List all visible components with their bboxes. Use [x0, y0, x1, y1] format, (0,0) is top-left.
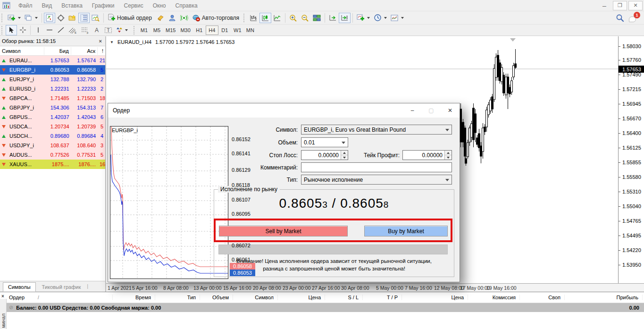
take-profit-increment-button[interactable]	[445, 151, 452, 155]
symbol-select[interactable]: EURGBP_i, Euro vs Great Britain Pound	[301, 125, 452, 135]
vertical-line-tool-button[interactable]	[33, 25, 44, 35]
window-close-button[interactable]: ✕	[628, 1, 643, 10]
cursor-tool-button[interactable]	[6, 25, 17, 35]
timeframe-H4[interactable]: H4	[206, 25, 218, 35]
autotrade-button[interactable]: Авто-торговля	[190, 13, 242, 23]
menu-item-Вставка[interactable]: Вставка	[57, 1, 87, 10]
toolbar-grip[interactable]	[1, 26, 4, 34]
market-watch-tab-tick-chart[interactable]: Тиковый график	[37, 282, 86, 292]
timeframe-M30[interactable]: M30	[178, 25, 192, 35]
market-watch-close-icon[interactable]: ×	[98, 38, 103, 44]
column-symbol[interactable]: Символ	[0, 47, 44, 55]
terminal-column-6[interactable]: S / L	[325, 295, 363, 300]
timeframe-D1[interactable]: D1	[218, 25, 231, 35]
window-restore-button[interactable]: ❐	[613, 1, 627, 10]
templates-button[interactable]	[389, 13, 406, 23]
market-watch-row[interactable]: USDCH...0.896800.896844	[0, 131, 105, 141]
signals-button[interactable]	[178, 13, 190, 23]
toolbar-grip[interactable]	[1, 14, 4, 22]
arrows-caret[interactable]	[125, 29, 128, 31]
terminal-column-11[interactable]: Прибыль	[565, 295, 643, 300]
terminal-column-9[interactable]: Комиссия	[468, 295, 520, 300]
terminal-column-1[interactable]: Время	[113, 295, 155, 300]
terminal-column-2[interactable]: Тип	[155, 295, 200, 300]
take-profit-decrement-button[interactable]	[445, 155, 452, 160]
market-watch-tab-symbols[interactable]: Символы	[3, 282, 36, 292]
terminal-column-3[interactable]: Объем	[200, 295, 233, 300]
time-scale[interactable]: 1 Apr 20215 Apr 16:008 Apr 08:0013 Apr 0…	[106, 283, 644, 292]
market-watch-row[interactable]: USDCA...1.207341.207395	[0, 122, 105, 131]
timeframe-H1[interactable]: H1	[193, 25, 206, 35]
menu-item-Вид[interactable]: Вид	[37, 1, 57, 10]
take-profit-input[interactable]: 0.00000	[402, 150, 452, 160]
toolbar-grip[interactable]	[134, 26, 136, 34]
market-watch-row[interactable]: GBPUS...1.420371.420436	[0, 112, 105, 122]
chart-shift-button[interactable]	[339, 13, 351, 23]
timeframe-M15[interactable]: M15	[163, 25, 178, 35]
new-chart-button[interactable]	[6, 13, 23, 23]
profiles-caret[interactable]	[35, 17, 38, 19]
market-watch-row[interactable]: XAUUS...1875....1876....160	[0, 160, 105, 169]
navigator-button[interactable]	[67, 13, 78, 23]
strategy-tester-button[interactable]	[90, 13, 101, 23]
trendline-tool-button[interactable]	[55, 25, 67, 35]
menu-item-Сервис[interactable]: Сервис	[119, 1, 148, 10]
balance-row[interactable]: ⊘ Баланс: 0.00 USD Средства: 0.00 Свобод…	[7, 303, 644, 312]
menu-item-Окно[interactable]: Окно	[148, 1, 171, 10]
periods-caret[interactable]	[384, 17, 387, 19]
terminal-toggle[interactable]	[78, 13, 90, 23]
crosshair-tool-button[interactable]	[17, 25, 28, 35]
new-chart-caret[interactable]	[18, 17, 21, 19]
horizontal-line-tool-button[interactable]	[44, 25, 55, 35]
comment-input[interactable]	[301, 162, 452, 172]
menu-item-Справка[interactable]: Справка	[171, 1, 202, 10]
terminal-close-icon[interactable]: ×	[1, 294, 4, 299]
timeframe-M1[interactable]: M1	[138, 25, 151, 35]
dialog-minimize-button[interactable]: –	[403, 103, 422, 118]
market-watch-row[interactable]: GBPCA...1.714851.7150318	[0, 93, 105, 103]
order-type-select[interactable]: Рыночное исполнение	[301, 175, 452, 185]
data-window-button[interactable]	[55, 13, 67, 23]
zoom-in-button[interactable]	[287, 13, 299, 23]
terminal-column-10[interactable]: Своп	[520, 295, 565, 300]
market-watch-toggle[interactable]	[44, 13, 55, 23]
text-tool-button[interactable]: A	[91, 25, 102, 35]
indicators-caret[interactable]	[367, 17, 370, 19]
zoom-out-button[interactable]	[299, 13, 311, 23]
metaeditor-button[interactable]	[155, 13, 167, 23]
templates-caret[interactable]	[401, 17, 404, 19]
terminal-column-7[interactable]: T / P	[363, 295, 402, 300]
periods-button[interactable]	[372, 13, 389, 23]
price-scale[interactable]: 1.580301.577601.574901.572151.569451.566…	[618, 36, 644, 283]
fibonacci-tool-button[interactable]: F	[79, 25, 91, 35]
terminal-vertical-tab[interactable]: минал	[0, 299, 7, 329]
terminal-column-0[interactable]: Ордер/	[7, 295, 113, 300]
market-watch-row[interactable]: EURJPY_i132.788132.7902	[0, 75, 105, 84]
column-bid[interactable]: Бид	[44, 47, 71, 55]
new-order-button[interactable]: Новый ордер	[106, 13, 155, 23]
timeframe-MN[interactable]: MN	[244, 25, 257, 35]
column-spread[interactable]: !	[98, 47, 105, 55]
timeframe-W1[interactable]: W1	[231, 25, 244, 35]
community-button[interactable]	[167, 13, 178, 23]
volume-select[interactable]: 0.01	[301, 137, 348, 147]
search-icon[interactable]	[616, 14, 624, 22]
autoscroll-button[interactable]	[327, 13, 339, 23]
line-chart-button[interactable]	[271, 13, 283, 23]
market-watch-row[interactable]: EURAU...1.576531.5767421	[0, 56, 105, 65]
text-label-tool-button[interactable]: T	[102, 25, 114, 35]
market-watch-row[interactable]: USDJPY_i108.637108.6403	[0, 141, 105, 150]
market-watch-row[interactable]: AUDUS...0.775260.775315	[0, 150, 105, 160]
terminal-column-5[interactable]: Цена	[278, 295, 325, 300]
profiles-button[interactable]	[23, 13, 40, 23]
menu-item-Файл[interactable]: Файл	[14, 1, 37, 10]
toolbar-grip[interactable]	[243, 14, 246, 22]
order-dialog-titlebar[interactable]: Ордер – ▢ ✕	[108, 103, 460, 118]
bar-chart-button[interactable]	[248, 13, 259, 23]
market-watch-row[interactable]: EURUSD_i1.222311.222332	[0, 84, 105, 93]
market-watch-row[interactable]: GBPJPY_i154.306154.3137	[0, 103, 105, 112]
window-minimize-button[interactable]: –	[597, 1, 611, 10]
notifications-icon[interactable]: 1	[629, 14, 639, 22]
arrows-tool-button[interactable]	[114, 25, 130, 35]
equidistant-channel-tool-button[interactable]: E	[67, 25, 79, 35]
